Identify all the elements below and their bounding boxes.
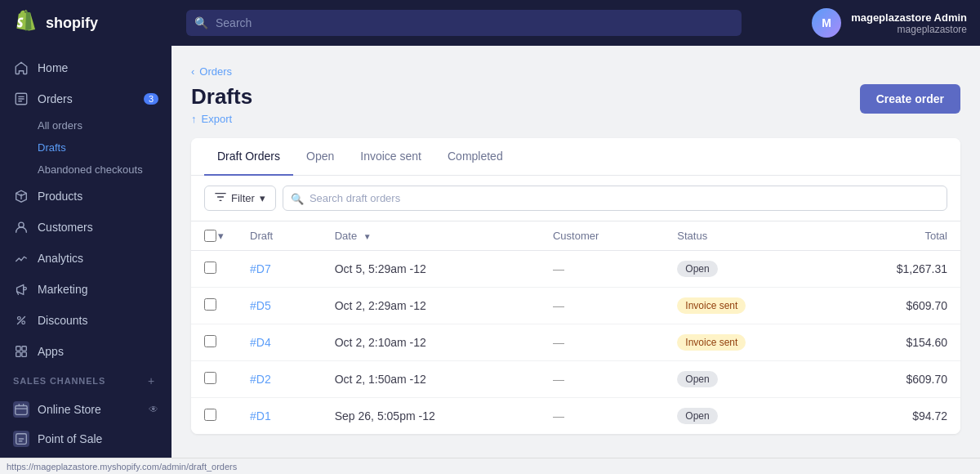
create-order-button[interactable]: Create order — [860, 84, 960, 114]
table-header: ▾ Draft Date ▼ Customer Status Total — [191, 221, 960, 251]
draft-link-4[interactable]: #D1 — [250, 409, 271, 423]
tab-completed[interactable]: Completed — [434, 138, 516, 176]
table-row: #D5 Oct 2, 2:29am -12 — Invoice sent $60… — [191, 288, 960, 324]
export-button[interactable]: ↑ Export — [191, 113, 252, 125]
search-filter-icon: 🔍 — [291, 192, 304, 204]
main-content: ‹ Orders Drafts ↑ Export Create order Dr… — [172, 46, 980, 474]
sidebar-item-online-store[interactable]: Online Store 👁 — [0, 395, 172, 424]
svg-rect-5 — [16, 347, 20, 351]
sidebar-item-home[interactable]: Home — [0, 52, 172, 83]
row-checkbox-4[interactable] — [204, 409, 216, 421]
sidebar-item-marketing[interactable]: Marketing — [0, 274, 172, 305]
filter-chevron-icon: ▾ — [260, 192, 265, 204]
topbar: shopify 🔍 M mageplazastore Admin magepla… — [0, 0, 980, 46]
filter-button[interactable]: Filter ▾ — [204, 186, 276, 211]
eye-icon[interactable]: 👁 — [149, 404, 158, 415]
row-status-3: Open — [664, 361, 827, 398]
sidebar-item-online-store-label: Online Store — [38, 403, 101, 416]
sidebar-item-customers[interactable]: Customers — [0, 212, 172, 243]
export-icon: ↑ — [191, 113, 197, 125]
row-checkbox-cell — [191, 288, 237, 324]
row-checkbox-cell — [191, 324, 237, 361]
customers-icon — [13, 219, 29, 235]
row-checkbox-3[interactable] — [204, 372, 216, 384]
apps-icon — [13, 343, 29, 360]
sidebar-item-analytics[interactable]: Analytics — [0, 243, 172, 274]
draft-link-0[interactable]: #D7 — [250, 262, 271, 275]
row-date-2: Oct 2, 2:10am -12 — [322, 324, 540, 361]
status-badge-1: Invoice sent — [677, 297, 746, 314]
row-checkbox-2[interactable] — [204, 335, 216, 347]
search-filter: 🔍 — [283, 186, 947, 211]
user-name: mageplazastore Admin — [851, 11, 967, 24]
orders-subitems: All orders Drafts Abandoned checkouts — [0, 114, 172, 181]
tab-invoice-sent[interactable]: Invoice sent — [347, 138, 434, 176]
svg-rect-9 — [16, 406, 27, 415]
sidebar-item-drafts[interactable]: Drafts — [38, 136, 172, 159]
table-row: #D7 Oct 5, 5:29am -12 — Open $1,267.31 — [191, 251, 960, 288]
sidebar-item-orders-label: Orders — [38, 92, 73, 105]
status-badge-3: Open — [677, 371, 717, 387]
online-store-icon — [13, 401, 29, 418]
row-draft-1: #D5 — [237, 288, 322, 324]
row-checkbox-0[interactable] — [204, 262, 216, 274]
sort-icon: ▼ — [363, 232, 372, 241]
avatar[interactable]: M — [812, 8, 841, 38]
row-total-4: $94.72 — [827, 398, 960, 435]
drafts-card: Draft Orders Open Invoice sent Completed… — [191, 138, 960, 434]
checkbox-arrow-icon[interactable]: ▾ — [218, 230, 224, 242]
chevron-left-icon: ‹ — [191, 65, 194, 78]
row-total-3: $609.70 — [827, 361, 960, 398]
status-badge-0: Open — [677, 261, 717, 277]
draft-link-1[interactable]: #D5 — [250, 299, 271, 312]
export-label[interactable]: Export — [202, 113, 233, 125]
sidebar-item-products[interactable]: Products — [0, 181, 172, 212]
row-status-1: Invoice sent — [664, 288, 827, 324]
row-date-1: Oct 2, 2:29am -12 — [322, 288, 540, 324]
search-input[interactable] — [186, 10, 742, 36]
tabs-bar: Draft Orders Open Invoice sent Completed — [191, 138, 960, 176]
row-checkbox-cell — [191, 251, 237, 288]
th-total: Total — [827, 221, 960, 251]
orders-icon — [13, 91, 29, 107]
sidebar-item-all-orders[interactable]: All orders — [38, 114, 172, 136]
sidebar-item-orders[interactable]: Orders 3 — [0, 83, 172, 114]
th-date[interactable]: Date ▼ — [322, 221, 540, 251]
row-customer-3: — — [540, 361, 664, 398]
svg-point-3 — [18, 317, 21, 320]
row-draft-3: #D2 — [237, 361, 322, 398]
draft-link-3[interactable]: #D2 — [250, 373, 271, 386]
page-title: Drafts — [191, 84, 252, 110]
breadcrumb-text[interactable]: Orders — [199, 65, 232, 78]
logo[interactable]: shopify — [13, 10, 176, 36]
draft-link-2[interactable]: #D4 — [250, 336, 271, 349]
sidebar-item-pos[interactable]: Point of Sale — [0, 424, 172, 454]
row-checkbox-1[interactable] — [204, 298, 216, 311]
tab-draft-orders[interactable]: Draft Orders — [204, 138, 293, 176]
filter-label: Filter — [231, 192, 255, 204]
status-badge-2: Invoice sent — [677, 334, 746, 351]
sidebar-item-discounts[interactable]: Discounts — [0, 305, 172, 336]
sidebar-item-analytics-label: Analytics — [38, 252, 83, 265]
tab-open[interactable]: Open — [293, 138, 347, 176]
sidebar-item-apps[interactable]: Apps — [0, 336, 172, 367]
sidebar-item-abandoned[interactable]: Abandoned checkouts — [38, 159, 172, 181]
row-customer-4: — — [540, 398, 664, 435]
row-customer-0: — — [540, 251, 664, 288]
sidebar-item-marketing-label: Marketing — [38, 283, 87, 296]
svg-point-2 — [24, 287, 27, 290]
search-icon: 🔍 — [194, 16, 208, 29]
layout: Home Orders 3 All orders Drafts Abandone… — [0, 46, 980, 474]
add-channel-button[interactable]: + — [144, 373, 158, 388]
breadcrumb[interactable]: ‹ Orders — [191, 65, 960, 78]
sales-channels-header: SALES CHANNELS + — [0, 367, 172, 395]
row-checkbox-cell — [191, 398, 237, 435]
select-all-checkbox[interactable] — [204, 230, 216, 242]
statusbar: https://mageplazastore.myshopify.com/adm… — [0, 458, 980, 474]
row-status-2: Invoice sent — [664, 324, 827, 361]
row-draft-0: #D7 — [237, 251, 322, 288]
draft-search-input[interactable] — [283, 186, 947, 211]
row-customer-1: — — [540, 288, 664, 324]
search-bar[interactable]: 🔍 — [186, 10, 742, 36]
row-status-4: Open — [664, 398, 827, 435]
